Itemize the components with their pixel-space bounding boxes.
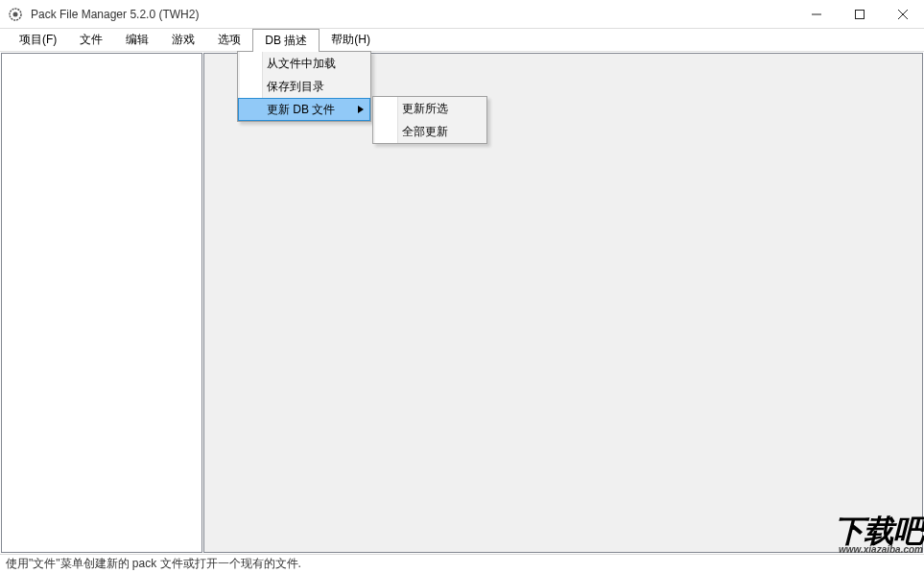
titlebar: Pack File Manager 5.2.0 (TWH2) bbox=[0, 0, 924, 29]
menu-label: DB 描述 bbox=[265, 33, 307, 49]
close-button[interactable] bbox=[881, 0, 924, 29]
app-icon bbox=[8, 7, 23, 22]
menu-label: 游戏 bbox=[172, 32, 195, 48]
submenu-arrow-icon bbox=[358, 103, 364, 116]
dropdown-db-describe: 从文件中加载 保存到目录 更新 DB 文件 bbox=[237, 51, 371, 122]
menu-label: 选项 bbox=[218, 32, 241, 48]
dropdown-item-update-all[interactable]: 全部更新 bbox=[373, 120, 486, 143]
dropdown-item-update-db-file[interactable]: 更新 DB 文件 bbox=[238, 98, 370, 121]
menu-gutter bbox=[240, 52, 263, 75]
dropdown-label: 从文件中加载 bbox=[267, 56, 336, 72]
menu-db-describe[interactable]: DB 描述 bbox=[252, 29, 320, 52]
svg-point-1 bbox=[13, 12, 18, 16]
menu-label: 文件 bbox=[80, 32, 103, 48]
dropdown-label: 更新所选 bbox=[402, 101, 448, 117]
dropdown-label: 全部更新 bbox=[402, 124, 448, 140]
menu-help[interactable]: 帮助(H) bbox=[320, 29, 382, 51]
minimize-button[interactable] bbox=[794, 0, 838, 29]
status-text: 使用"文件"菜单创建新的 pack 文件或打开一个现有的文件. bbox=[6, 556, 301, 572]
menu-label: 编辑 bbox=[126, 32, 149, 48]
main-panel bbox=[203, 53, 923, 553]
dropdown-update-db: 更新所选 全部更新 bbox=[372, 96, 487, 144]
window-controls bbox=[794, 0, 924, 29]
dropdown-item-update-selected[interactable]: 更新所选 bbox=[373, 97, 486, 120]
menu-project[interactable]: 项目(F) bbox=[8, 29, 68, 51]
statusbar: 使用"文件"菜单创建新的 pack 文件或打开一个现有的文件. bbox=[0, 554, 924, 573]
menu-edit[interactable]: 编辑 bbox=[114, 29, 160, 51]
maximize-button[interactable] bbox=[838, 0, 881, 29]
window-title: Pack File Manager 5.2.0 (TWH2) bbox=[31, 8, 199, 21]
menu-game[interactable]: 游戏 bbox=[160, 29, 206, 51]
menu-label: 项目(F) bbox=[19, 32, 57, 48]
dropdown-item-load-from-file[interactable]: 从文件中加载 bbox=[238, 52, 370, 75]
tree-panel[interactable] bbox=[1, 53, 202, 553]
svg-marker-6 bbox=[358, 106, 364, 113]
svg-rect-3 bbox=[855, 11, 864, 19]
dropdown-label: 保存到目录 bbox=[267, 79, 324, 95]
dropdown-item-save-to-dir[interactable]: 保存到目录 bbox=[238, 75, 370, 98]
menubar: 项目(F) 文件 编辑 游戏 选项 DB 描述 帮助(H) bbox=[0, 29, 924, 52]
menu-options[interactable]: 选项 bbox=[206, 29, 252, 51]
menu-gutter bbox=[375, 97, 398, 120]
menu-gutter bbox=[240, 75, 263, 98]
menu-label: 帮助(H) bbox=[331, 32, 370, 48]
menu-file[interactable]: 文件 bbox=[68, 29, 114, 51]
dropdown-label: 更新 DB 文件 bbox=[267, 102, 335, 118]
menu-gutter bbox=[375, 120, 398, 143]
